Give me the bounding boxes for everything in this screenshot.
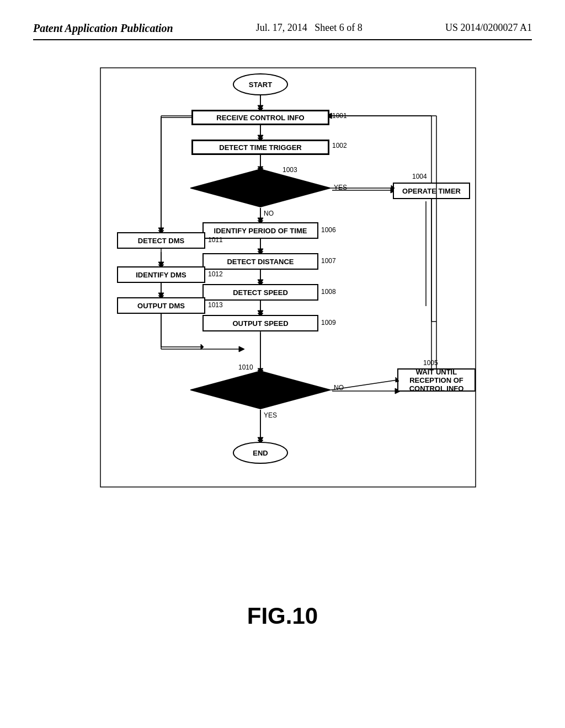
label-1005: 1005 — [423, 359, 438, 367]
wait-node: WAIT UNTIL RECEPTION OF CONTROL INFO — [397, 368, 476, 392]
svg-marker-35 — [239, 346, 244, 352]
fig-label: FIG.10 — [247, 603, 318, 629]
svg-marker-1 — [258, 105, 263, 110]
detect-time-trigger-node: DETECT TIME TRIGGER — [191, 140, 329, 155]
detect-dms-node: DETECT DMS — [117, 232, 205, 249]
start-node: START — [233, 73, 288, 95]
label-1006: 1006 — [321, 226, 336, 234]
detect-speed-node: DETECT SPEED — [202, 284, 318, 301]
label-1007: 1007 — [321, 257, 336, 265]
page: Patent Application Publication Jul. 17, … — [0, 0, 565, 728]
diagram-area: START RECEIVE CONTROL INFO 1001 DETECT T… — [33, 62, 532, 629]
flowchart: START RECEIVE CONTROL INFO 1001 DETECT T… — [84, 62, 481, 586]
label-1011: 1011 — [208, 236, 223, 244]
yes-label-first-light: YES — [334, 184, 347, 191]
svg-marker-38 — [191, 371, 330, 409]
label-1004: 1004 — [412, 173, 427, 180]
no-label-first-light: NO — [264, 210, 274, 217]
label-1001: 1001 — [332, 112, 347, 120]
last-light-source-node: LAST LIGHT SOURCE? — [190, 370, 331, 410]
svg-marker-37 — [191, 169, 330, 207]
label-1008: 1008 — [321, 288, 336, 296]
header-date-sheet: Jul. 17, 2014 Sheet 6 of 8 — [256, 22, 363, 34]
header-publication: Patent Application Publication — [33, 22, 173, 35]
svg-marker-32 — [158, 293, 164, 297]
svg-marker-11 — [258, 249, 263, 253]
svg-marker-13 — [258, 280, 263, 284]
svg-marker-30 — [158, 262, 164, 266]
svg-marker-28 — [158, 228, 164, 232]
header: Patent Application Publication Jul. 17, … — [33, 22, 532, 40]
identify-dms-node: IDENTIFY DMS — [117, 266, 205, 283]
svg-marker-19 — [258, 437, 263, 442]
label-1002: 1002 — [332, 142, 347, 149]
svg-marker-75 — [201, 344, 204, 350]
end-node: END — [233, 442, 288, 464]
operate-timer-node: OPERATE TIMER — [393, 183, 470, 199]
label-1012: 1012 — [208, 270, 223, 278]
header-patent-number: US 2014/0200027 A1 — [445, 22, 532, 34]
yes-label-last-light: YES — [264, 411, 277, 419]
svg-marker-15 — [258, 311, 263, 315]
svg-marker-9 — [258, 218, 263, 222]
label-1010: 1010 — [238, 363, 253, 371]
receive-control-info-node: RECEIVE CONTROL INFO — [191, 110, 329, 125]
first-light-source-node: FIRST LIGHT SOURCE? — [190, 168, 331, 208]
label-1009: 1009 — [321, 319, 336, 326]
output-dms-node: OUTPUT DMS — [117, 297, 205, 314]
output-speed-node: OUTPUT SPEED — [202, 315, 318, 331]
detect-distance-node: DETECT DISTANCE — [202, 253, 318, 270]
label-1003: 1003 — [282, 166, 297, 174]
svg-marker-3 — [258, 135, 263, 140]
label-1013: 1013 — [208, 301, 223, 309]
no-label-last-light: NO — [334, 384, 344, 392]
